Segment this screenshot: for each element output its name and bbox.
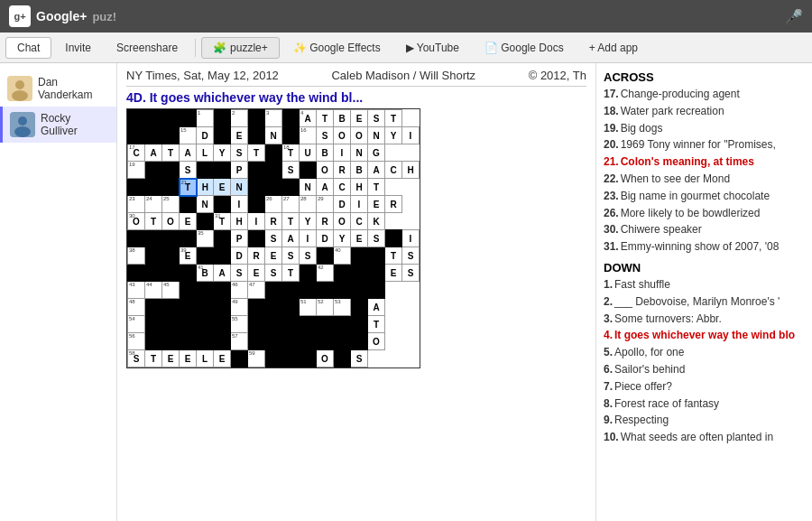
- grid-cell[interactable]: 4A: [300, 110, 317, 127]
- grid-cell[interactable]: D: [231, 247, 248, 265]
- clue-item[interactable]: 7.Piece offer?: [604, 378, 805, 395]
- grid-cell[interactable]: [180, 299, 197, 316]
- grid-cell[interactable]: N: [351, 144, 368, 162]
- grid-cell[interactable]: [214, 127, 231, 144]
- grid-cell[interactable]: [214, 299, 231, 316]
- grid-cell[interactable]: P: [231, 162, 248, 179]
- grid-cell[interactable]: N: [197, 196, 214, 213]
- grid-cell[interactable]: [351, 265, 368, 282]
- grid-cell[interactable]: [334, 316, 351, 333]
- grid-cell[interactable]: [162, 333, 180, 350]
- grid-cell[interactable]: [300, 162, 317, 179]
- grid-cell[interactable]: [300, 350, 317, 367]
- grid-cell[interactable]: [317, 333, 334, 350]
- grid-cell[interactable]: E: [214, 350, 231, 367]
- grid-cell[interactable]: [197, 282, 214, 299]
- grid-cell[interactable]: R: [334, 162, 351, 179]
- grid-cell[interactable]: [128, 110, 145, 127]
- grid-cell[interactable]: [334, 350, 351, 367]
- grid-cell[interactable]: 28: [300, 196, 317, 213]
- grid-cell[interactable]: R: [265, 213, 282, 230]
- grid-cell[interactable]: [368, 282, 385, 299]
- grid-cell[interactable]: [300, 265, 317, 282]
- google-effects-button[interactable]: ✨ Google Effects: [281, 37, 392, 59]
- grid-cell[interactable]: 16: [300, 127, 317, 144]
- grid-cell[interactable]: L: [197, 350, 214, 367]
- grid-cell[interactable]: [351, 316, 368, 333]
- grid-cell[interactable]: H: [402, 162, 420, 179]
- grid-cell[interactable]: E: [265, 247, 282, 265]
- grid-cell[interactable]: [162, 110, 180, 127]
- user-rocky[interactable]: Rocky Gulliver: [0, 107, 116, 143]
- grid-cell[interactable]: [128, 265, 145, 282]
- grid-cell[interactable]: A: [214, 265, 231, 282]
- grid-cell[interactable]: [334, 265, 351, 282]
- chat-button[interactable]: Chat: [5, 37, 51, 59]
- grid-cell[interactable]: L: [197, 144, 214, 162]
- grid-cell[interactable]: 43: [128, 282, 145, 299]
- grid-cell[interactable]: 48: [128, 299, 145, 316]
- grid-cell[interactable]: [162, 127, 180, 144]
- grid-cell[interactable]: [128, 179, 145, 196]
- clue-item[interactable]: 5.Apollo, for one: [604, 344, 805, 361]
- grid-cell[interactable]: S: [300, 247, 317, 265]
- grid-cell[interactable]: [145, 162, 162, 179]
- grid-cell[interactable]: C: [334, 179, 351, 196]
- grid-cell[interactable]: [282, 282, 300, 299]
- grid-cell[interactable]: 54: [128, 316, 145, 333]
- grid-cell[interactable]: [334, 333, 351, 350]
- grid-cell[interactable]: E: [385, 265, 402, 282]
- grid-cell[interactable]: C: [351, 213, 368, 230]
- grid-cell[interactable]: T: [368, 179, 385, 196]
- grid-cell[interactable]: N: [231, 179, 248, 196]
- grid-cell[interactable]: 51: [300, 299, 317, 316]
- grid-cell[interactable]: 26: [265, 196, 282, 213]
- grid-cell[interactable]: S: [231, 144, 248, 162]
- grid-cell[interactable]: T: [248, 144, 265, 162]
- grid-cell[interactable]: G: [368, 144, 385, 162]
- grid-cell[interactable]: S: [265, 265, 282, 282]
- grid-cell[interactable]: [197, 162, 214, 179]
- clue-item[interactable]: 21.Colon's meaning, at times: [604, 154, 805, 171]
- grid-cell[interactable]: O: [334, 213, 351, 230]
- grid-cell[interactable]: [180, 265, 197, 282]
- grid-cell[interactable]: [128, 230, 145, 247]
- grid-cell[interactable]: H: [231, 213, 248, 230]
- grid-cell[interactable]: O: [317, 162, 334, 179]
- clue-item[interactable]: 18.Water park recreation: [604, 103, 805, 120]
- grid-cell[interactable]: O: [334, 127, 351, 144]
- grid-cell[interactable]: I: [334, 144, 351, 162]
- grid-cell[interactable]: [368, 247, 385, 265]
- grid-cell[interactable]: D: [197, 127, 214, 144]
- grid-cell[interactable]: O: [368, 333, 385, 350]
- grid-cell[interactable]: [248, 196, 265, 213]
- grid-cell[interactable]: [162, 179, 180, 196]
- grid-cell[interactable]: Y: [385, 127, 402, 144]
- grid-cell[interactable]: E: [351, 110, 368, 127]
- grid-cell[interactable]: 40: [334, 247, 351, 265]
- grid-cell[interactable]: 3: [265, 110, 282, 127]
- grid-cell[interactable]: 52: [317, 299, 334, 316]
- grid-cell[interactable]: 31T: [214, 213, 231, 230]
- grid-cell[interactable]: 41B: [197, 265, 214, 282]
- grid-cell[interactable]: I: [351, 196, 368, 213]
- grid-cell[interactable]: S: [402, 247, 420, 265]
- grid-cell[interactable]: [197, 247, 214, 265]
- grid-cell[interactable]: [162, 230, 180, 247]
- clue-item[interactable]: 30.Chiwere speaker: [604, 221, 805, 238]
- grid-cell[interactable]: A: [368, 162, 385, 179]
- grid-cell[interactable]: [248, 230, 265, 247]
- grid-cell[interactable]: S: [180, 162, 197, 179]
- grid-cell[interactable]: [180, 230, 197, 247]
- grid-cell[interactable]: T: [282, 213, 300, 230]
- grid-cell[interactable]: H: [351, 179, 368, 196]
- grid-cell[interactable]: [385, 230, 402, 247]
- grid-cell[interactable]: E: [180, 350, 197, 367]
- grid-cell[interactable]: 27: [282, 196, 300, 213]
- grid-cell[interactable]: [300, 333, 317, 350]
- grid-cell[interactable]: E: [248, 265, 265, 282]
- grid-cell[interactable]: [145, 127, 162, 144]
- grid-cell[interactable]: Y: [334, 230, 351, 247]
- grid-cell[interactable]: [282, 299, 300, 316]
- grid-cell[interactable]: A: [317, 179, 334, 196]
